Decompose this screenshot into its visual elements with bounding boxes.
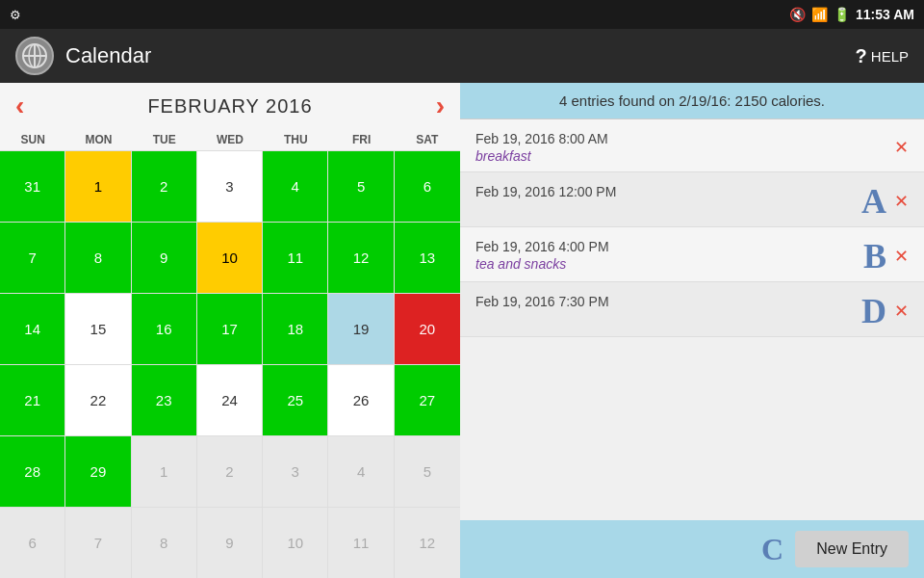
cal-day-1-3[interactable]: 10 — [197, 223, 263, 293]
cal-day-5-0[interactable]: 6 — [0, 508, 65, 578]
help-area[interactable]: ? HELP — [856, 45, 909, 67]
app-bar: Calendar ? HELP — [0, 29, 924, 83]
calendar-grid: SUN MON TUE WED THU FRI SAT 311234567891… — [0, 129, 460, 578]
day-mon: MON — [65, 129, 131, 150]
cal-day-3-5[interactable]: 26 — [328, 365, 394, 435]
cal-day-0-2[interactable]: 2 — [132, 151, 197, 222]
entry-content-1: Feb 19, 2016 12:00 PM — [475, 184, 854, 199]
cal-day-1-0[interactable]: 7 — [0, 223, 65, 293]
entry-content-2: Feb 19, 2016 4:00 PMtea and snacks — [475, 239, 856, 272]
entry-content-3: Feb 19, 2016 7:30 PM — [475, 294, 854, 309]
calendar-weeks: 3112345678910111213141516171819202122232… — [0, 150, 460, 578]
entry-item-1[interactable]: Feb 19, 2016 12:00 PMA✕ — [460, 172, 924, 227]
calendar-week-5: 6789101112 — [0, 507, 460, 578]
cal-day-2-6[interactable]: 20 — [395, 294, 460, 364]
status-left: ⚙ — [10, 8, 21, 22]
calendar-panel: ‹ FEBRUARY 2016 › SUN MON TUE WED THU FR… — [0, 83, 460, 578]
help-icon: ? — [856, 45, 867, 67]
cal-day-5-2[interactable]: 8 — [132, 508, 197, 578]
cal-day-4-0[interactable]: 28 — [0, 436, 65, 507]
right-panel: 4 entries found on 2/19/16: 2150 calorie… — [460, 83, 924, 578]
entry-item-2[interactable]: Feb 19, 2016 4:00 PMtea and snacksB✕ — [460, 227, 924, 282]
cal-day-4-4[interactable]: 3 — [263, 436, 328, 507]
entry-letter-3: D — [861, 294, 886, 328]
cal-day-1-5[interactable]: 12 — [328, 223, 394, 293]
entry-datetime-2: Feb 19, 2016 4:00 PM — [475, 239, 856, 254]
cal-day-2-5[interactable]: 19 — [328, 294, 394, 364]
entry-close-button-3[interactable]: ✕ — [894, 301, 909, 322]
cal-day-5-3[interactable]: 9 — [197, 508, 263, 578]
cal-day-2-3[interactable]: 17 — [197, 294, 263, 364]
mute-icon: 🔇 — [789, 7, 806, 22]
entry-letter-2: B — [863, 239, 886, 274]
calendar-week-3: 21222324252627 — [0, 364, 460, 435]
day-wed: WED — [197, 129, 263, 150]
status-bar: ⚙ 🔇 📶 🔋 11:53 AM — [0, 0, 924, 29]
app-logo — [15, 37, 54, 75]
calendar-week-4: 282912345 — [0, 435, 460, 507]
month-year-label: FEBRUARY 2016 — [147, 95, 312, 118]
cal-day-3-1[interactable]: 22 — [65, 365, 131, 435]
cal-day-3-2[interactable]: 23 — [132, 365, 197, 435]
cal-day-0-1[interactable]: 1 — [65, 151, 131, 222]
prev-month-button[interactable]: ‹ — [15, 91, 24, 121]
entry-close-button-2[interactable]: ✕ — [894, 246, 909, 267]
cal-day-1-4[interactable]: 11 — [263, 223, 328, 293]
calendar-header: ‹ FEBRUARY 2016 › — [0, 83, 460, 129]
cal-day-2-1[interactable]: 15 — [65, 294, 131, 364]
cal-day-3-6[interactable]: 27 — [395, 365, 460, 435]
cal-day-0-0[interactable]: 31 — [0, 151, 65, 222]
day-tue: TUE — [132, 129, 197, 150]
cal-day-0-6[interactable]: 6 — [395, 151, 460, 222]
cal-day-2-2[interactable]: 16 — [132, 294, 197, 364]
main-content: ‹ FEBRUARY 2016 › SUN MON TUE WED THU FR… — [0, 83, 924, 578]
cal-day-1-2[interactable]: 9 — [132, 223, 197, 293]
cal-day-5-1[interactable]: 7 — [65, 508, 131, 578]
entry-item-0[interactable]: Feb 19, 2016 8:00 AMbreakfast✕ — [460, 119, 924, 172]
entry-letter-1: A — [861, 184, 886, 219]
cal-day-4-1[interactable]: 29 — [65, 436, 131, 507]
cal-day-3-4[interactable]: 25 — [263, 365, 328, 435]
cal-day-1-6[interactable]: 13 — [395, 223, 460, 293]
calendar-week-0: 31123456 — [0, 150, 460, 222]
entries-list: Feb 19, 2016 8:00 AMbreakfast✕Feb 19, 20… — [460, 119, 924, 520]
entry-datetime-3: Feb 19, 2016 7:30 PM — [475, 294, 854, 309]
cal-day-0-4[interactable]: 4 — [263, 151, 328, 222]
cal-day-0-5[interactable]: 5 — [328, 151, 394, 222]
cal-day-2-4[interactable]: 18 — [263, 294, 328, 364]
day-fri: FRI — [328, 129, 394, 150]
entry-close-button-1[interactable]: ✕ — [894, 191, 909, 212]
day-names-row: SUN MON TUE WED THU FRI SAT — [0, 129, 460, 150]
calendar-week-2: 14151617181920 — [0, 293, 460, 364]
help-label: HELP — [871, 48, 909, 65]
bottom-bar: C New Entry — [460, 520, 924, 578]
entry-datetime-1: Feb 19, 2016 12:00 PM — [475, 184, 854, 199]
day-sun: SUN — [0, 129, 65, 150]
cal-day-5-6[interactable]: 12 — [395, 508, 460, 578]
entries-header: 4 entries found on 2/19/16: 2150 calorie… — [460, 83, 924, 119]
cal-day-0-3[interactable]: 3 — [197, 151, 263, 222]
entry-label-0: breakfast — [475, 148, 886, 164]
cal-day-4-5[interactable]: 4 — [328, 436, 394, 507]
entry-datetime-0: Feb 19, 2016 8:00 AM — [475, 131, 886, 146]
entry-content-0: Feb 19, 2016 8:00 AMbreakfast — [475, 131, 886, 164]
cal-day-3-3[interactable]: 24 — [197, 365, 263, 435]
entry-close-button-0[interactable]: ✕ — [894, 137, 909, 158]
cal-day-4-3[interactable]: 2 — [197, 436, 263, 507]
cal-day-2-0[interactable]: 14 — [0, 294, 65, 364]
day-thu: THU — [263, 129, 328, 150]
cal-day-3-0[interactable]: 21 — [0, 365, 65, 435]
new-entry-button[interactable]: New Entry — [795, 531, 909, 567]
wifi-icon: 📶 — [811, 7, 828, 22]
cal-day-4-6[interactable]: 5 — [395, 436, 460, 507]
cal-day-5-4[interactable]: 10 — [263, 508, 328, 578]
cal-day-5-5[interactable]: 11 — [328, 508, 394, 578]
app-bar-left: Calendar — [15, 37, 151, 75]
cal-day-1-1[interactable]: 8 — [65, 223, 131, 293]
c-letter: C — [761, 532, 783, 567]
next-month-button[interactable]: › — [436, 91, 445, 121]
calendar-week-1: 78910111213 — [0, 222, 460, 293]
usb-icon: ⚙ — [10, 8, 21, 22]
entry-item-3[interactable]: Feb 19, 2016 7:30 PMD✕ — [460, 282, 924, 337]
cal-day-4-2[interactable]: 1 — [132, 436, 197, 507]
